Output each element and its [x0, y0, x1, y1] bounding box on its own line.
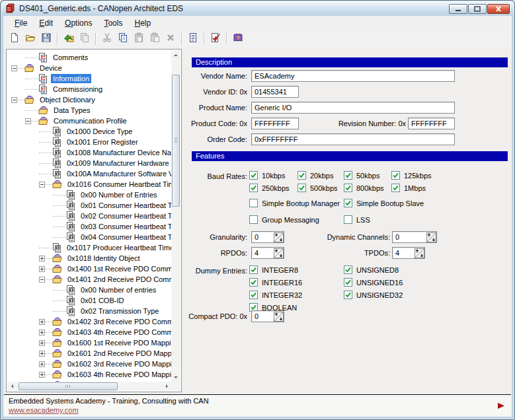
help-button[interactable]: ? [230, 32, 246, 46]
checkbox-500kbps[interactable]: 500kbps [297, 184, 338, 192]
tree-item[interactable]: 0x04 Consumer Heartbeat Time [7, 232, 171, 242]
expand-toggle-icon[interactable] [39, 266, 45, 272]
expand-toggle-icon[interactable] [39, 361, 45, 367]
tree-item[interactable]: 0x100A Manufacturer Software Ver [7, 168, 171, 179]
tree-item[interactable]: Information [7, 73, 171, 84]
checkbox-20kbps[interactable]: 20kbps [297, 171, 333, 180]
tree-item[interactable]: 0x1001 Error Register [7, 137, 171, 147]
tree-item[interactable]: 0x1601 2nd Receive PDO Mapping [7, 348, 171, 359]
tree-item[interactable]: 0x01 COB-ID [7, 295, 171, 306]
tpdos-spinner[interactable]: 4 [392, 247, 425, 259]
tree-horizontal-scrollbar[interactable] [7, 382, 171, 391]
expand-toggle-icon[interactable] [39, 351, 45, 357]
expand-toggle-icon[interactable] [39, 256, 45, 262]
checkbox-group-messaging[interactable]: Group Messaging [249, 215, 319, 224]
tree-item[interactable]: 0x03 Consumer Heartbeat Time [7, 221, 171, 232]
checkbox-simple-bootup-slave[interactable]: Simple Bootup Slave [344, 199, 424, 207]
expand-toggle-icon[interactable] [39, 340, 45, 346]
menu-options[interactable]: Options [59, 17, 98, 30]
menu-help[interactable]: Help [128, 17, 157, 30]
collapse-toggle-icon[interactable] [39, 182, 45, 188]
tree-item[interactable]: 0x02 Consumer Heartbeat Time [7, 211, 171, 221]
compact-pdo-spin-buttons[interactable] [274, 312, 284, 322]
expand-toggle-icon[interactable] [39, 319, 45, 325]
tree-item[interactable]: Commissioning [7, 84, 171, 94]
tree-item[interactable]: 0x1016 Consumer Heartbeat Time [7, 179, 171, 190]
expand-toggle-icon[interactable] [39, 372, 45, 378]
minimize-button[interactable] [449, 4, 467, 14]
tree-item[interactable]: 0x00 Number of entries [7, 285, 171, 295]
vendor-name-field[interactable]: ESAcademy [251, 70, 455, 82]
scroll-right-arrow-tree[interactable] [162, 382, 171, 391]
close-button[interactable] [487, 4, 510, 14]
copy-button[interactable] [115, 32, 131, 46]
compact-pdo-spinner[interactable]: 0 [251, 310, 284, 322]
checkbox-250kbps[interactable]: 250kbps [249, 184, 290, 192]
tree-item[interactable]: 0x00 Number of Entries [7, 190, 171, 200]
tree-item[interactable]: Communication Profile [7, 116, 171, 126]
checkbox-10kbps[interactable]: 10kbps [249, 171, 285, 180]
properties-button[interactable] [185, 32, 201, 46]
tree-item[interactable]: Data Types [7, 105, 171, 116]
menu-edit[interactable]: Edit [33, 17, 59, 30]
tree-item[interactable]: 0x01 Consumer Heartbeat Time [7, 200, 171, 211]
tree-item[interactable]: 0x1008 Manufacturer Device Name [7, 147, 171, 158]
checkbox-1mbps[interactable]: 1Mbps [391, 184, 426, 192]
dynamic-channels-spin-buttons[interactable] [426, 232, 436, 242]
collapse-toggle-icon[interactable] [25, 118, 31, 124]
checkbox-integer16[interactable]: INTEGER16 [249, 278, 302, 287]
save-button[interactable] [38, 32, 54, 46]
new-button[interactable] [7, 32, 22, 46]
dynamic-channels-spinner[interactable]: 0 [392, 231, 437, 243]
tree-item[interactable]: 0x1600 1st Receive PDO Mapping [7, 337, 171, 348]
checkbox-integer32[interactable]: INTEGER32 [249, 291, 302, 299]
granularity-spinner[interactable]: 0 [251, 231, 284, 243]
checkbox-simple-bootup-manager[interactable]: Simple Bootup Manager [249, 199, 340, 207]
order-code-field[interactable]: 0xFFFFFFFF [251, 133, 455, 145]
website-link[interactable]: www.esacademy.com [9, 406, 79, 414]
tree-item[interactable]: 0x1403 4th Receive PDO Commun [7, 327, 171, 337]
tree-item[interactable]: Device [7, 63, 171, 73]
checkbox-integer8[interactable]: INTEGER8 [249, 265, 298, 274]
checkbox-800kbps[interactable]: 800kbps [344, 184, 384, 192]
checkbox-unsigned8[interactable]: UNSIGNED8 [344, 265, 399, 274]
checkbox-50kbps[interactable]: 50kbps [344, 171, 379, 180]
collapse-toggle-icon[interactable] [11, 65, 17, 71]
expand-toggle-icon[interactable] [39, 330, 45, 335]
tree-item[interactable]: 0x1602 3rd Receive PDO Mapping [7, 359, 171, 369]
import-button[interactable] [61, 32, 77, 46]
open-button[interactable] [22, 32, 38, 46]
granularity-spin-buttons[interactable] [274, 232, 284, 242]
collapse-toggle-icon[interactable] [11, 97, 17, 103]
checkbox-lss[interactable]: LSS [344, 215, 370, 224]
rpdos-spin-buttons[interactable] [274, 248, 284, 258]
vendor-id-field[interactable]: 01455341 [251, 86, 299, 98]
tree-item[interactable]: Object Dictionary [7, 94, 171, 105]
menu-file[interactable]: File [9, 17, 33, 30]
validate-button[interactable] [208, 32, 223, 46]
product-name-field[interactable]: Generic I/O [251, 102, 455, 114]
tree-item[interactable]: 0x1000 Device Type [7, 126, 171, 137]
tree-item[interactable]: Comments [7, 52, 171, 63]
tree-item[interactable]: 0x1018 Identity Object [7, 253, 171, 263]
rpdos-spinner[interactable]: 4 [251, 247, 284, 259]
menu-tools[interactable]: Tools [98, 17, 128, 30]
checkbox-unsigned16[interactable]: UNSIGNED16 [344, 278, 403, 287]
checkbox-125kbps[interactable]: 125kbps [391, 171, 432, 180]
tree-vertical-scrollbar[interactable] [171, 50, 180, 382]
vertical-scroll-thumb[interactable] [172, 75, 180, 207]
scroll-down-arrow[interactable] [171, 372, 180, 382]
tree-item[interactable]: 0x1400 1st Receive PDO Communi [7, 263, 171, 274]
checkbox-unsigned32[interactable]: UNSIGNED32 [344, 291, 403, 299]
tree-item[interactable]: 0x1401 2nd Receive PDO Commun [7, 274, 171, 285]
tree-item[interactable]: 0x1402 3rd Receive PDO Commun [7, 316, 171, 327]
collapse-toggle-icon[interactable] [39, 277, 45, 283]
revision-number-field[interactable]: FFFFFFFF [408, 118, 455, 129]
horizontal-scroll-thumb[interactable] [19, 382, 118, 390]
scroll-up-arrow[interactable] [171, 50, 180, 59]
tpdos-spin-buttons[interactable] [415, 248, 424, 258]
tree-item[interactable]: 0x02 Transmission Type [7, 306, 171, 316]
maximize-button[interactable] [468, 4, 487, 14]
tree-item[interactable]: 0x1009 Manufacturer Hardware Ve [7, 158, 171, 168]
tree-item[interactable]: 0x1017 Producer Heartbeat Time [7, 242, 171, 253]
